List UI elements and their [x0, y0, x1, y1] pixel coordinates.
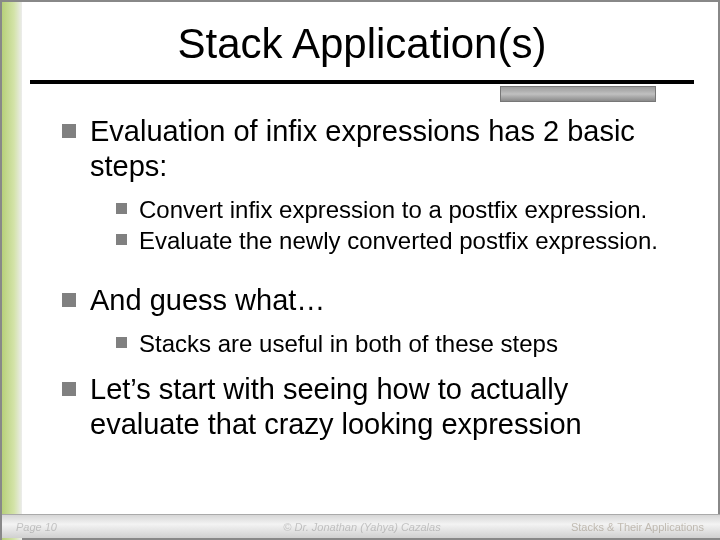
square-bullet-icon — [116, 203, 127, 214]
slide-title: Stack Application(s) — [2, 20, 720, 68]
bullet-level1: Let’s start with seeing how to actually … — [62, 372, 682, 443]
square-bullet-icon — [62, 293, 76, 307]
footer-topic: Stacks & Their Applications — [571, 521, 704, 533]
bullet-level2: Convert infix expression to a postfix ex… — [116, 195, 682, 224]
bullet-text: Stacks are useful in both of these steps — [139, 329, 558, 358]
accent-bar — [500, 86, 656, 102]
square-bullet-icon — [116, 337, 127, 348]
square-bullet-icon — [62, 124, 76, 138]
slide: Stack Application(s) Evaluation of infix… — [0, 0, 720, 540]
bullet-text: Convert infix expression to a postfix ex… — [139, 195, 647, 224]
footer-author: © Dr. Jonathan (Yahya) Cazalas — [283, 521, 440, 533]
square-bullet-icon — [62, 382, 76, 396]
spacer — [62, 269, 682, 283]
bullet-text: Evaluation of infix expressions has 2 ba… — [90, 114, 682, 185]
content-area: Evaluation of infix expressions has 2 ba… — [62, 114, 682, 453]
sub-list: Stacks are useful in both of these steps — [116, 329, 682, 358]
bullet-text: Evaluate the newly converted postfix exp… — [139, 226, 658, 255]
sidebar-accent — [2, 2, 22, 540]
bullet-level2: Stacks are useful in both of these steps — [116, 329, 682, 358]
square-bullet-icon — [116, 234, 127, 245]
footer-page: Page 10 — [16, 521, 57, 533]
bullet-level2: Evaluate the newly converted postfix exp… — [116, 226, 682, 255]
sub-list: Convert infix expression to a postfix ex… — [116, 195, 682, 256]
bullet-level1: And guess what… — [62, 283, 682, 318]
bullet-text: Let’s start with seeing how to actually … — [90, 372, 682, 443]
bullet-text: And guess what… — [90, 283, 325, 318]
title-underline — [30, 80, 694, 84]
footer-bar: Page 10 © Dr. Jonathan (Yahya) Cazalas S… — [2, 514, 720, 538]
bullet-level1: Evaluation of infix expressions has 2 ba… — [62, 114, 682, 185]
